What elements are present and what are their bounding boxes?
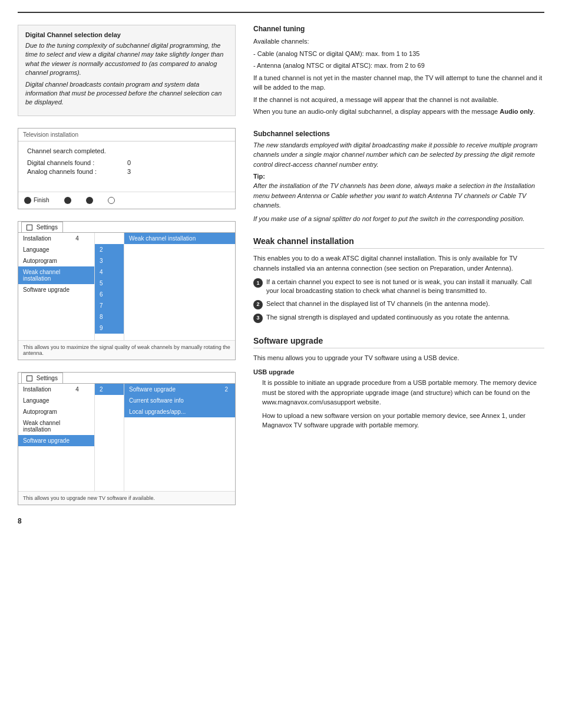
menu1-software-upgrade: Software upgrade	[18, 284, 94, 295]
menu2-installation-num: 4	[75, 386, 87, 393]
menu2-upgrade-num: 2	[224, 386, 228, 393]
menu1-col2-9: 9	[95, 322, 124, 334]
digital-value: 0	[127, 159, 131, 166]
menu2-software-upgrade[interactable]: Software upgrade	[18, 435, 94, 446]
page-number: 8	[18, 517, 236, 525]
menu2-col2: 2	[95, 384, 124, 491]
menu1-empty-1	[18, 295, 94, 307]
menu2-autoprogram: Autoprogram	[18, 406, 94, 417]
settings-tab-2: Settings	[21, 373, 63, 383]
weak-bullet-2: 2 Select that channel in the displayed l…	[253, 299, 544, 309]
menu1-col2-5: 5	[95, 278, 124, 289]
weak-bullet-3: 3 The signal strength is displayed and u…	[253, 313, 544, 323]
menu2-col2-empty-2	[95, 406, 124, 417]
menu2-col2-header: 2	[95, 384, 124, 395]
analog-value: 3	[127, 168, 131, 175]
subchannel-section: Subchannel selections The new standards …	[253, 130, 544, 224]
callout-para-2: Digital channel broadcasts contain progr…	[25, 80, 228, 107]
finish-btn-icon	[24, 197, 31, 204]
menu2-empty-2	[18, 457, 94, 469]
menu2-col3-current-software: Current software info	[124, 395, 235, 406]
menu1-col1: Installation 4 Language Autoprogram Weak…	[18, 233, 95, 340]
menu2-col3-software-upgrade: Software upgrade 2	[124, 384, 235, 395]
menu2-upgrade-label: Software upgrade	[129, 386, 176, 393]
footer-btn-2	[64, 197, 71, 204]
menu1-col2-4: 4	[95, 266, 124, 278]
analog-channels-row: Analog channels found : 3	[27, 168, 226, 175]
menu2-col3-local-upgrades: Local upgrades/app...	[124, 406, 235, 417]
menu2-weak-channel: Weak channel installation	[18, 417, 94, 435]
callout-para-1: Due to the tuning complexity of subchann…	[25, 41, 228, 78]
software-upgrade-intro: This menu allows you to upgrade your TV …	[253, 353, 544, 363]
menu1-autoprogram: Autoprogram	[18, 255, 94, 266]
menu2-current-software-label: Current software info	[129, 397, 184, 404]
menu1-weak-channel[interactable]: Weak channel installation	[18, 266, 94, 284]
settings-tab-1-label: Settings	[37, 224, 58, 230]
channel-line-2: - Antenna (analog NTSC or digital ATSC):…	[253, 61, 544, 71]
channel-tuning-available: Available channels:	[253, 37, 544, 47]
subchannel-body: The new standards employed with digital …	[253, 140, 544, 170]
analog-label: Analog channels found :	[27, 168, 121, 175]
bullet-text-1: If a certain channel you expect to see i…	[266, 278, 544, 296]
menu1-software-upgrade-label: Software upgrade	[23, 286, 70, 293]
subchannel-title: Subchannel selections	[253, 130, 544, 138]
weak-channel-title: Weak channel installation	[253, 236, 544, 249]
menu2-col3: Software upgrade 2 Current software info…	[124, 384, 235, 491]
footer-btn-3	[86, 197, 93, 204]
settings-menu-1-footer: This allows you to maximize the signal q…	[18, 340, 235, 360]
menu1-col2-6: 6	[95, 289, 124, 300]
menu2-software-upgrade-label: Software upgrade	[23, 437, 70, 444]
top-border	[18, 12, 544, 13]
left-column: Digital Channel selection delay Due to t…	[18, 25, 236, 525]
menu2-col2-empty-3	[95, 417, 124, 429]
audio-only-text: Audio only	[500, 108, 533, 115]
menu2-weak-channel-label: Weak channel installation	[23, 420, 90, 433]
menu1-installation: Installation 4	[18, 233, 94, 244]
menu1-col2-2: 2	[95, 244, 124, 255]
channel-para3-text: When you tune an audio-only digital subc…	[253, 108, 498, 115]
menu1-col3: Weak channel installation	[124, 233, 235, 340]
settings-tab-1: Settings	[21, 222, 63, 232]
settings-tab-2-label: Settings	[37, 375, 58, 381]
footer-btn-4	[108, 197, 115, 204]
btn3-icon	[86, 197, 93, 204]
menu1-language-label: Language	[23, 246, 49, 253]
channel-search-completed: Channel search completed.	[27, 147, 226, 154]
menu1-autoprogram-label: Autoprogram	[23, 258, 57, 264]
page-layout: Digital Channel selection delay Due to t…	[18, 25, 544, 525]
channel-para3-end: .	[533, 108, 535, 115]
menu1-weak-channel-label: Weak channel installation	[23, 269, 90, 282]
menu1-empty-3	[18, 318, 94, 329]
channel-para1: If a tuned channel is not yet in the mas…	[253, 73, 544, 93]
menu1-language: Language	[18, 244, 94, 255]
tv-screen-1-header: Television installation	[18, 129, 235, 141]
digital-label: Digital channels found :	[27, 159, 121, 166]
menu1-col2-7: 7	[95, 300, 124, 311]
tip-text: After the installation of the TV channel…	[253, 181, 544, 210]
usb-para-1: It is possible to initiate an upgrade pr…	[253, 378, 544, 407]
usb-upgrade-title: USB upgrade	[253, 368, 544, 375]
right-column: Channel tuning Available channels: - Cab…	[253, 25, 544, 525]
channel-para3: When you tune an audio-only digital subc…	[253, 107, 544, 117]
menu2-installation-label: Installation	[23, 386, 75, 393]
channel-tuning-title: Channel tuning	[253, 25, 544, 33]
menu2-col2-empty-6	[95, 451, 124, 462]
settings-menu-1-body: Installation 4 Language Autoprogram Weak…	[18, 232, 235, 340]
tip-text-2: If you make use of a signal splitter do …	[253, 214, 544, 224]
settings-menu-2-body: Installation 4 Language Autoprogram Weak…	[18, 383, 235, 491]
menu1-empty-4	[18, 329, 94, 340]
channel-line-1: - Cable (analog NTSC or digital QAM): ma…	[253, 49, 544, 59]
btn4-icon	[108, 197, 115, 204]
menu2-col2-empty-4	[95, 429, 124, 440]
menu1-col2-8: 8	[95, 311, 124, 322]
tv-screen-1: Television installation Channel search c…	[18, 128, 236, 209]
menu1-col2-empty	[95, 233, 124, 244]
weak-channel-intro: This enables you to do a weak ATSC digit…	[253, 253, 544, 273]
bullet-num-3: 3	[253, 314, 263, 323]
bullet-text-2: Select that channel in the displayed lis…	[266, 299, 490, 309]
btn2-icon	[64, 197, 71, 204]
digital-channels-row: Digital channels found : 0	[27, 159, 226, 166]
footer-finish: Finish	[24, 197, 49, 204]
callout-title: Digital Channel selection delay	[25, 31, 228, 38]
menu2-empty-4	[18, 480, 94, 491]
